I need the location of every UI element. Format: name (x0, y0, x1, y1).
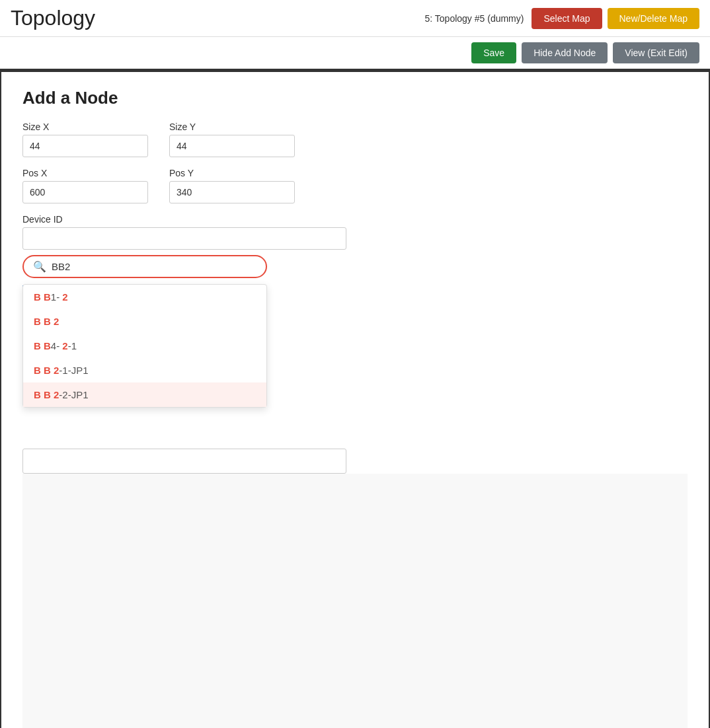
pos-y-label: Pos Y (169, 168, 295, 178)
search-container: 🔍 B B1- 2 B B 2 B B4- 2-1 B B 2-1-JP1 B … (22, 255, 267, 290)
size-row: Size X Size Y (22, 122, 688, 157)
search-input[interactable] (52, 261, 256, 272)
page-title: Topology (11, 6, 95, 30)
select-map-button[interactable]: Select Map (532, 8, 602, 29)
header: Topology 5: Topology #5 (dummy) Select M… (0, 0, 710, 37)
dropdown-item-bb2-2-jp1[interactable]: B B 2-2-JP1 (23, 382, 266, 407)
extra-field-1 (22, 449, 688, 474)
canvas-area: − BB1-1 BB1-2 BB1-3 BB1-4 BB1 Group BB2-… (22, 474, 688, 728)
header-controls: 5: Topology #5 (dummy) Select Map New/De… (425, 8, 699, 29)
hide-add-node-button[interactable]: Hide Add Node (522, 42, 608, 63)
device-id-group: Device ID (22, 214, 688, 250)
size-y-label: Size Y (169, 122, 295, 132)
toolbar: Save Hide Add Node View (Exit Edit) (0, 37, 710, 71)
dropdown-item-bb1-2[interactable]: B B1- 2 (23, 285, 266, 309)
add-node-title: Add a Node (22, 88, 688, 108)
pos-x-input[interactable] (22, 181, 148, 203)
save-button[interactable]: Save (471, 42, 516, 63)
pos-x-group: Pos X (22, 168, 148, 203)
pos-x-label: Pos X (22, 168, 148, 178)
pos-y-group: Pos Y (169, 168, 295, 203)
search-dropdown: B B1- 2 B B 2 B B4- 2-1 B B 2-1-JP1 B B … (22, 284, 267, 408)
size-y-input[interactable] (169, 135, 295, 157)
dropdown-item-bb2-1-jp1[interactable]: B B 2-1-JP1 (23, 358, 266, 382)
new-delete-map-button[interactable]: New/Delete Map (608, 8, 700, 29)
pos-row: Pos X Pos Y (22, 168, 688, 203)
extra-input-1[interactable] (22, 449, 346, 474)
device-id-input[interactable] (22, 227, 346, 250)
device-id-label: Device ID (22, 214, 688, 225)
dropdown-item-bb2[interactable]: B B 2 (23, 309, 266, 334)
main-panel: Add a Node Size X Size Y Pos X Pos Y Dev… (0, 71, 710, 728)
view-exit-edit-button[interactable]: View (Exit Edit) (613, 42, 699, 63)
dropdown-item-bb4-2-1[interactable]: B B4- 2-1 (23, 334, 266, 358)
search-icon: 🔍 (33, 260, 46, 273)
search-wrapper: 🔍 (22, 255, 267, 278)
size-x-label: Size X (22, 122, 148, 132)
pos-y-input[interactable] (169, 181, 295, 203)
size-y-group: Size Y (169, 122, 295, 157)
size-x-input[interactable] (22, 135, 148, 157)
size-x-group: Size X (22, 122, 148, 157)
topology-label: 5: Topology #5 (dummy) (425, 13, 524, 24)
